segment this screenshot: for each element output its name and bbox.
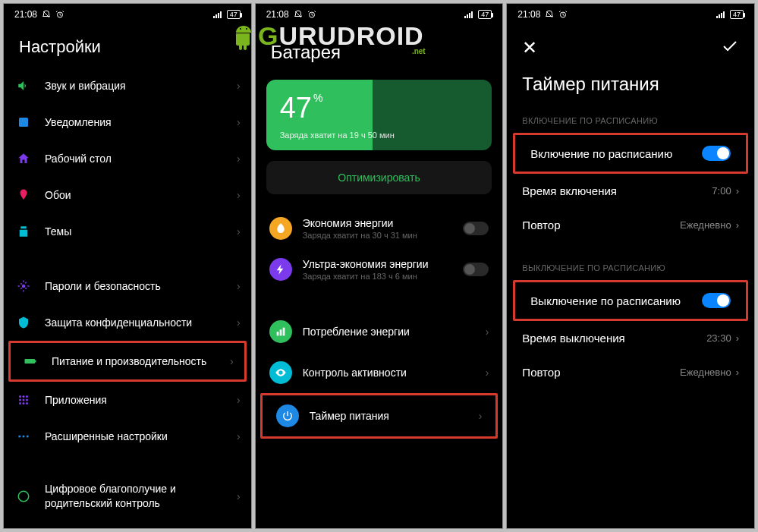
signal-icon: [213, 11, 224, 18]
chevron-right-icon: [237, 116, 241, 128]
status-bar: 21:08 47: [507, 4, 754, 24]
svg-point-11: [26, 395, 28, 398]
svg-rect-8: [35, 360, 36, 363]
on-time-row[interactable]: Время включения 7:00: [507, 174, 754, 208]
battery-indicator: 47: [478, 10, 492, 19]
schedule-on-toggle-row[interactable]: Включение по расписанию: [515, 135, 746, 172]
svg-point-6: [22, 285, 26, 288]
notif-icon: [14, 113, 33, 131]
on-repeat-row[interactable]: Повтор Ежедневно: [507, 208, 754, 242]
svg-point-9: [19, 395, 21, 398]
svg-rect-7: [25, 359, 36, 364]
svg-point-13: [23, 399, 25, 401]
svg-rect-27: [276, 332, 278, 335]
battery-link-item[interactable]: Потребление энергии: [256, 311, 503, 352]
item-title: Экономия энергии: [303, 217, 464, 229]
settings-item[interactable]: Защита конфиденциальности: [4, 304, 251, 341]
off-repeat-row[interactable]: Повтор Ежедневно: [507, 355, 754, 389]
settings-item[interactable]: Обои: [4, 177, 251, 213]
close-icon[interactable]: ✕: [522, 37, 537, 58]
toggle-on-icon[interactable]: [702, 146, 731, 161]
settings-item[interactable]: Уведомления: [4, 104, 251, 140]
off-time-row[interactable]: Время выключения 23:30: [507, 321, 754, 355]
home-icon: [14, 150, 33, 168]
svg-point-21: [18, 491, 29, 502]
settings-item[interactable]: Рабочий стол: [4, 140, 251, 177]
screen-settings: 21:08 47 Настройки Звук и вибрация Уведо…: [3, 3, 252, 529]
svg-rect-34: [723, 11, 725, 18]
section-off-label: ВЫКЛЮЧЕНИЕ ПО РАСПИСАНИЮ: [507, 242, 754, 280]
dnd-icon: [42, 10, 51, 19]
section-on-label: ВКЛЮЧЕНИЕ ПО РАСПИСАНИЮ: [507, 105, 754, 133]
chevron-right-icon: [237, 189, 241, 201]
battery-indicator: 47: [730, 10, 744, 19]
settings-item[interactable]: Цифровое благополучие и родительский кон…: [4, 473, 251, 520]
svg-rect-24: [467, 14, 468, 18]
item-label: Темы: [45, 225, 231, 239]
svg-point-10: [23, 395, 25, 398]
svg-point-19: [23, 436, 25, 438]
item-label: Пароли и безопасность: [45, 279, 231, 294]
dnd-icon: [294, 10, 303, 19]
toggle-label: Выключение по расписанию: [530, 294, 681, 307]
dnd-icon: [545, 10, 554, 19]
svg-rect-32: [719, 14, 720, 18]
item-label: Цифровое благополучие и родительский кон…: [45, 482, 231, 511]
chevron-right-icon: [237, 153, 241, 165]
highlight-box: Выключение по расписанию: [513, 280, 748, 321]
themes-icon: [14, 222, 33, 241]
power-icon: [276, 405, 299, 427]
settings-item[interactable]: Приложения: [4, 382, 251, 418]
svg-point-20: [27, 436, 29, 438]
battery-card[interactable]: 47% Заряда хватит на 19 ч 50 мин: [266, 80, 492, 150]
chevron-right-icon: [237, 316, 241, 329]
leaf-icon: [269, 217, 292, 240]
svg-rect-26: [471, 11, 473, 18]
svg-rect-31: [716, 16, 718, 18]
confirm-icon[interactable]: [721, 37, 739, 58]
svg-point-12: [19, 399, 21, 401]
svg-rect-25: [469, 13, 470, 18]
battery-link-item[interactable]: Контроль активности: [256, 352, 503, 393]
toggle-off-icon[interactable]: [463, 263, 489, 276]
optimize-button[interactable]: Оптимизировать: [266, 161, 492, 194]
settings-item[interactable]: Расширенные настройки: [4, 418, 251, 455]
svg-point-18: [18, 436, 20, 438]
bolt-icon: [269, 258, 292, 281]
settings-item[interactable]: Звук и вибрация: [4, 68, 251, 104]
chevron-right-icon: [486, 326, 489, 338]
svg-rect-29: [282, 328, 285, 336]
item-title: Ультра-экономия энергии: [303, 258, 464, 270]
svg-point-16: [23, 402, 25, 405]
signal-icon: [464, 11, 475, 18]
status-bar: 21:08 47: [4, 4, 251, 24]
toggle-off-icon[interactable]: [463, 222, 489, 235]
chevron-right-icon: [736, 185, 739, 197]
settings-item[interactable]: Пароли и безопасность: [4, 268, 251, 304]
screen-power-timer: 21:08 47 ✕ Таймер питания ВКЛЮЧЕНИЕ ПО Р…: [506, 3, 755, 529]
settings-item[interactable]: Питание и производительность: [11, 343, 244, 379]
settings-item[interactable]: Темы: [4, 213, 251, 250]
svg-point-14: [26, 399, 28, 401]
item-title: Таймер питания: [310, 410, 479, 422]
item-subtitle: Заряда хватит на 183 ч 6 мин: [303, 272, 464, 281]
chevron-right-icon: [237, 225, 241, 238]
item-title: Контроль активности: [303, 367, 486, 379]
item-label: Приложения: [45, 393, 231, 408]
page-title: Батарея: [256, 24, 503, 74]
svg-rect-28: [279, 329, 281, 335]
chevron-right-icon: [736, 367, 739, 378]
item-label: Обои: [45, 188, 231, 203]
toggle-on-icon[interactable]: [702, 293, 731, 308]
battery-icon: [21, 352, 39, 370]
svg-rect-33: [721, 13, 722, 18]
battery-link-item[interactable]: Таймер питания: [263, 395, 496, 436]
power-saver-item[interactable]: Экономия энергииЗаряда хватит на 30 ч 31…: [256, 208, 503, 249]
sound-icon: [14, 77, 33, 95]
privacy-icon: [14, 313, 33, 332]
power-saver-item[interactable]: Ультра-экономия энергииЗаряда хватит на …: [256, 249, 503, 290]
schedule-off-toggle-row[interactable]: Выключение по расписанию: [515, 282, 746, 319]
svg-rect-23: [464, 16, 466, 18]
chevron-right-icon: [230, 355, 234, 367]
alarm-icon: [558, 10, 568, 19]
